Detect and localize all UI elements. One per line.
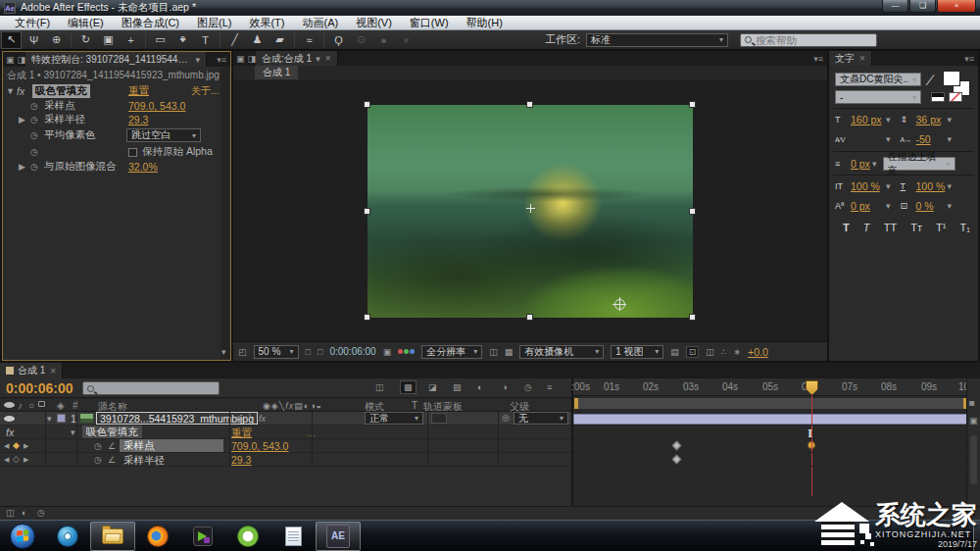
vertical-scale-value[interactable]: 100 %: [851, 180, 886, 192]
selection-handle[interactable]: [364, 208, 370, 215]
exposure-icon[interactable]: ∗: [734, 347, 742, 357]
audio-icon[interactable]: ♪: [18, 400, 23, 411]
parent-pickwhip-icon[interactable]: ◎: [502, 413, 510, 423]
fill-color-swatch[interactable]: [943, 71, 960, 86]
blend-mode-dropdown[interactable]: 正常 ▾: [365, 412, 423, 425]
taskbar-browser[interactable]: [225, 522, 270, 551]
selection-handle[interactable]: [689, 101, 696, 108]
all-caps-button[interactable]: TT: [884, 222, 897, 233]
subscript-button[interactable]: T₁: [960, 222, 970, 233]
next-keyframe-icon[interactable]: ▶: [24, 442, 28, 450]
camera-dropdown[interactable]: 有效摄像机 ▾: [519, 345, 604, 359]
panel-menu-icon[interactable]: ▾≡: [813, 54, 827, 64]
help-search-input[interactable]: [756, 34, 872, 46]
layer-effects-icon[interactable]: ╲: [249, 414, 254, 424]
horizontal-scale-value[interactable]: 100 %: [916, 180, 948, 192]
tab-composition[interactable]: 合成:合成 1 ▾ ×: [256, 51, 338, 66]
effect-reset-link[interactable]: 重置: [128, 84, 149, 98]
font-family-dropdown[interactable]: 文鼎DC黄阳尖... ▾: [835, 73, 921, 86]
mini-flowchart-icon[interactable]: ◫: [375, 382, 384, 392]
chevron-down-icon[interactable]: ▾: [948, 134, 953, 144]
motion-blur-toggle-icon[interactable]: ◷: [37, 508, 45, 518]
timeline-search-input[interactable]: [98, 382, 215, 394]
timeline-search[interactable]: [82, 381, 220, 395]
keyframe-toggle-icon[interactable]: ◇: [13, 454, 20, 464]
selection-tool-icon[interactable]: ↖: [1, 31, 22, 49]
playhead-ibeam[interactable]: I: [808, 426, 816, 439]
selection-handle[interactable]: [526, 314, 533, 321]
comp-viewer[interactable]: [233, 80, 827, 341]
taskbar-firefox[interactable]: [135, 522, 180, 551]
panel-menu-icon[interactable]: ▾≡: [964, 54, 978, 64]
chevron-down-icon[interactable]: ▾: [886, 201, 891, 211]
stopwatch-icon[interactable]: ◷: [30, 115, 44, 125]
timeline-effect-name[interactable]: 吸色管填充: [82, 426, 142, 438]
zoom-tool-icon[interactable]: ⊕: [46, 31, 67, 49]
effect-about-link[interactable]: 关于...: [191, 84, 219, 98]
taskbar-after-effects[interactable]: AE: [316, 522, 361, 551]
layer-fx-icon[interactable]: fx: [259, 414, 266, 424]
effect-name[interactable]: 吸色管填充: [32, 84, 90, 98]
roi-tool-icon[interactable]: ◫: [489, 347, 498, 357]
fill-rule-dropdown[interactable]: 在描边上填充 ▾: [883, 157, 956, 171]
prev-keyframe-icon[interactable]: ◀: [4, 442, 9, 450]
selection-handle[interactable]: [364, 101, 370, 108]
channels-icon[interactable]: [398, 349, 415, 354]
frame-blend-toggle-icon[interactable]: ◐: [22, 508, 26, 518]
chevron-down-icon[interactable]: ▾: [872, 159, 877, 169]
chevron-down-icon[interactable]: ▾: [886, 115, 891, 125]
black-white-swatch-icon[interactable]: [931, 92, 945, 102]
taskbar-potplayer[interactable]: [180, 522, 225, 551]
eyedropper-icon[interactable]: ╱: [926, 74, 934, 85]
tracking-value[interactable]: -50: [916, 133, 948, 145]
layer-label-swatch[interactable]: [57, 414, 66, 423]
comp-subtab[interactable]: 合成 1: [255, 66, 298, 79]
pan-behind-tool-icon[interactable]: +: [121, 31, 141, 49]
small-caps-button[interactable]: Tᴛ: [910, 222, 922, 233]
resolution-dropdown[interactable]: 全分辨率 ▾: [421, 345, 482, 359]
prev-keyframe-icon[interactable]: ◀: [4, 456, 9, 464]
expander-icon[interactable]: ▼: [3, 86, 17, 96]
property-row-sample-point[interactable]: ◀ ◆ ▶ ◷ ∠ 采样点 709.0, 543.0: [0, 439, 571, 453]
lock-icon[interactable]: [38, 401, 45, 407]
menu-view[interactable]: 视图(V): [347, 16, 401, 30]
transparency-grid-icon[interactable]: ▦: [505, 347, 514, 357]
tab-close-icon[interactable]: ×: [325, 53, 331, 64]
tsume-value[interactable]: 0 %: [916, 200, 948, 212]
font-style-dropdown[interactable]: - ▾: [835, 90, 921, 104]
chevron-down-icon[interactable]: ▾: [886, 181, 891, 191]
menu-composition[interactable]: 图像合成(C): [113, 16, 188, 30]
effect-expander-icon[interactable]: ▾: [71, 427, 75, 437]
sample-point-value[interactable]: 709.0, 543.0: [231, 440, 288, 452]
selection-handle[interactable]: [526, 101, 533, 108]
solo-icon[interactable]: ○: [28, 400, 34, 411]
chevron-down-icon[interactable]: ▾: [948, 181, 953, 191]
eraser-tool-icon[interactable]: ▰: [270, 31, 290, 49]
tab-timeline-comp[interactable]: 合成 1 ×: [0, 363, 63, 378]
graph-editor-icon[interactable]: ≡: [547, 382, 552, 392]
expand-icon[interactable]: ◰: [238, 347, 247, 357]
composition-image[interactable]: [368, 105, 693, 318]
minimize-button[interactable]: —: [882, 0, 908, 13]
property-row-sample-radius[interactable]: ◀ ◇ ▶ ◷ ∠ 采样半径 29.3: [0, 453, 571, 467]
baseline-shift-value[interactable]: 0 px: [851, 200, 886, 212]
no-color-swatch-icon[interactable]: [949, 92, 962, 102]
taskbar-explorer[interactable]: [90, 522, 135, 551]
parent-dropdown[interactable]: 无 ▾: [514, 412, 568, 425]
magnification-dropdown[interactable]: 50 % ▾: [254, 345, 299, 359]
expand-collapse-icon[interactable]: ◫: [6, 508, 15, 518]
snapshot-icon[interactable]: ▣: [383, 347, 392, 357]
panel-menu-icon[interactable]: ▾≡: [217, 55, 230, 65]
scroll-down-icon[interactable]: ▾: [221, 347, 226, 357]
tab-effect-controls[interactable]: 特效控制台: 39107284_1411954415923_mth ▾: [25, 52, 207, 67]
frame-blend-icon[interactable]: ▨: [453, 382, 462, 392]
selection-handle[interactable]: [689, 314, 696, 321]
stopwatch-icon[interactable]: ◷: [30, 147, 44, 157]
expander-right-icon[interactable]: ▶: [3, 162, 19, 172]
sample-radius-value[interactable]: 29.3: [128, 114, 148, 125]
taskbar-notepad[interactable]: [270, 522, 316, 551]
menu-animation[interactable]: 动画(A): [294, 16, 348, 30]
auto-keyframe-icon[interactable]: ◷: [524, 382, 532, 392]
puppet-pin-tool-icon[interactable]: Ϙ: [328, 31, 349, 49]
hide-shy-icon[interactable]: ◪: [428, 382, 437, 392]
